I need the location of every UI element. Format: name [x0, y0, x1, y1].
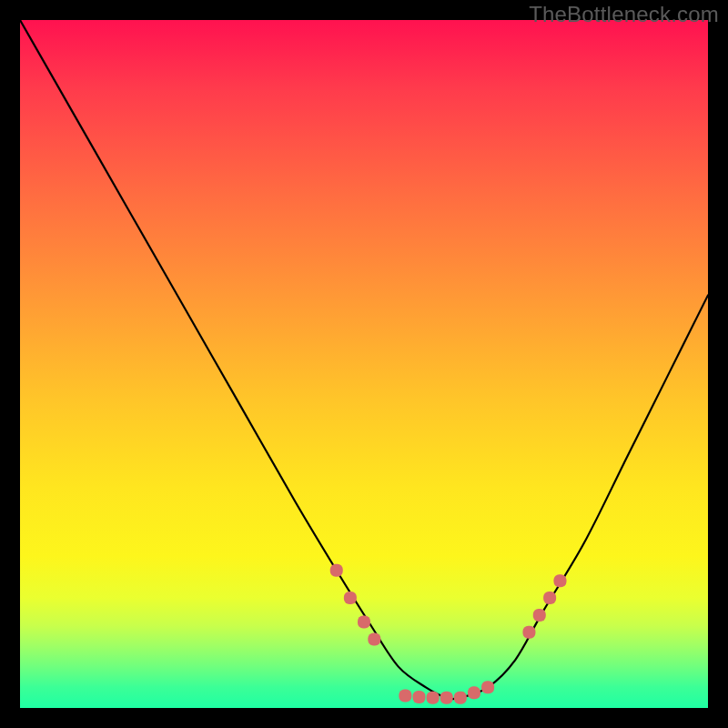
chart-svg: [20, 20, 708, 708]
marker: [553, 574, 566, 587]
marker: [440, 692, 453, 704]
highlight-markers: [330, 564, 567, 704]
marker: [330, 564, 343, 577]
marker: [427, 692, 440, 704]
marker: [454, 692, 467, 704]
marker: [412, 691, 425, 703]
marker: [468, 686, 480, 699]
marker: [522, 626, 535, 639]
marker: [368, 632, 380, 645]
marker: [358, 616, 370, 629]
marker: [533, 609, 546, 622]
bottleneck-curve: [20, 20, 708, 699]
marker: [344, 592, 357, 604]
marker: [481, 681, 494, 693]
marker: [543, 592, 556, 604]
marker: [399, 689, 411, 702]
